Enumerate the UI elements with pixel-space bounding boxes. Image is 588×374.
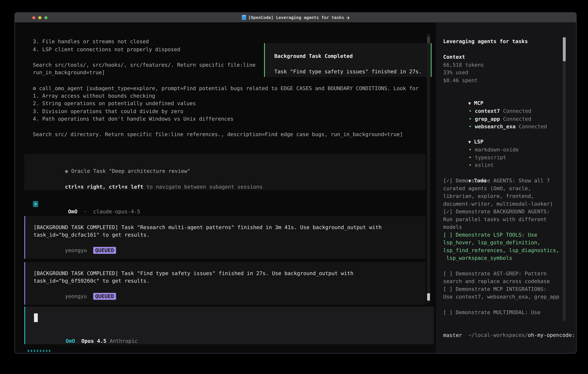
todo-item[interactable]: [ ] Demonstrate MULTIMODAL: Use — [443, 309, 566, 316]
sidebar: Leveraging agents for tasks Context 66,5… — [436, 22, 576, 353]
sidebar-scrollbar-thumb[interactable] — [563, 37, 566, 61]
context-spent: $0.46 spent — [443, 76, 478, 84]
status-dot-icon: • — [469, 162, 472, 168]
queued-badge: QUEUED — [93, 293, 116, 300]
agent-header: OmO · claude-opus-4-5 — [43, 200, 140, 208]
input-model[interactable]: Opus 4.5 — [81, 338, 106, 344]
terminal-window: [OpenCode] Leveraging agents for tasks ◑… — [14, 12, 577, 353]
output-line: 3. File handles or streams not closed — [33, 38, 149, 45]
lsp-item: • eslint — [443, 154, 494, 161]
mcp-item: • websearch_exa Connected — [443, 115, 547, 123]
main-scrollbar-thumb[interactable] — [427, 293, 430, 301]
agent-name: OmO — [68, 208, 77, 215]
omo-agent-icon — [33, 201, 38, 207]
task-user: yeongyu — [65, 247, 87, 253]
git-branch: master — [443, 331, 462, 339]
todo-item[interactable]: [ ] Demonstrate MCP INTEGRATIONS: Use co… — [443, 285, 566, 301]
tool-call-line: 1. Array access without bounds checking — [33, 92, 155, 100]
tool-call-line: ⚙ call_omo_agent [subagent_type=explore,… — [33, 84, 419, 92]
task-message-line: task_id="bg_6f59260c" to get results. — [33, 277, 150, 285]
oracle-task-box[interactable]: ◉ Oracle Task "Deep architecture review"… — [24, 154, 426, 190]
lsp-item: • typescript — [443, 146, 506, 154]
status-dot-icon: • — [469, 124, 472, 129]
output-line: Search src/tools/, src/hooks/, src/featu… — [33, 61, 255, 69]
queued-badge: QUEUED — [93, 247, 116, 254]
statusbar-left: esc interrupt — [59, 347, 125, 353]
toast-body: Task "Find type safety issues" finished … — [274, 68, 422, 75]
input-provider: Anthropic — [110, 338, 138, 344]
gear-icon: ⚙ — [33, 85, 36, 91]
tool-call-line: 4. Path operations that don't handle Win… — [33, 115, 233, 123]
spinner-dots — [28, 350, 50, 352]
context-tokens: 66,518 tokens — [443, 61, 484, 69]
todo-item[interactable]: [ ] Demonstrate AST-GREP: Pattern search… — [443, 270, 566, 285]
sidebar-scrollbar[interactable] — [563, 37, 566, 321]
input-agent-name[interactable]: OmO — [66, 338, 75, 344]
lsp-item: • markdown-oxide — [443, 138, 519, 146]
radio-icon: ◉ — [65, 168, 68, 174]
document-icon — [242, 15, 246, 20]
text-cursor — [34, 313, 38, 322]
mcp-section-header[interactable]: ▼ MCP — [443, 92, 483, 99]
session-title: Leveraging agents for tasks — [443, 37, 528, 45]
todo-item[interactable]: [✓] Demonstrate AGENTS: Show all 7 curat… — [443, 177, 566, 208]
oracle-task-hint: ctrl+x right, ctrl+x left to navigate be… — [33, 175, 262, 183]
maximize-window-button[interactable] — [44, 16, 47, 19]
window-titlebar[interactable]: [OpenCode] Leveraging agents for tasks ◑ — [15, 13, 576, 22]
background-task-message[interactable]: [BACKGROUND TASK COMPLETED] Task "Resear… — [24, 216, 426, 259]
mcp-item: • context7 Connected — [443, 100, 531, 107]
window-title: [OpenCode] Leveraging agents for tasks ◑ — [248, 15, 349, 20]
todo-item[interactable]: [✓] Demonstrate BACKGROUND AGENTS: Run p… — [443, 208, 566, 231]
tool-call-line: Search src/ directory. Return specific f… — [33, 130, 403, 138]
task-message-line: [BACKGROUND TASK COMPLETED] Task "Resear… — [33, 223, 382, 231]
tool-call-line: 2. String operations on potentially unde… — [33, 100, 196, 107]
agent-model: claude-opus-4-5 — [93, 208, 140, 215]
todo-list: [✓] Demonstrate AGENTS: Show all 7 curat… — [443, 177, 566, 316]
tool-call-line: 3. Division operations that could divide… — [33, 107, 183, 115]
todo-section-header[interactable]: ▼ Todo — [443, 169, 487, 177]
oracle-task-title: ◉ Oracle Task "Deep architecture review" — [33, 159, 190, 167]
background-task-toast[interactable]: Background Task Completed Task "Find typ… — [264, 43, 431, 77]
prompt-input[interactable]: OmO Opus 4.5 Anthropic — [24, 307, 434, 344]
workspace-path: ~/local-workspaces/oh-my-opencode: — [443, 323, 575, 331]
input-status-row: OmO Opus 4.5 Anthropic — [34, 330, 138, 337]
main-scrollbar-thumb-top[interactable] — [427, 37, 430, 43]
task-message-meta: yeongyu QUEUED — [33, 239, 116, 246]
task-message-line: task_id="bg_dcfac161" to get results. — [33, 231, 150, 239]
close-window-button[interactable] — [32, 16, 35, 19]
minimize-window-button[interactable] — [38, 16, 41, 19]
main-scrollbar[interactable] — [427, 34, 430, 303]
mcp-item: • grep_app Connected — [443, 107, 531, 115]
toast-title: Background Task Completed — [274, 52, 353, 60]
task-message-line: [BACKGROUND TASK COMPLETED] Task "Find t… — [33, 270, 354, 277]
chat-pane: 3. File handles or streams not closed 4.… — [15, 22, 436, 353]
output-line: run_in_background=true] — [33, 69, 105, 76]
todo-item[interactable]: [ ] Demonstrate LSP TOOLS: Use lsp_hover… — [443, 231, 566, 262]
opencode-version: • OpenCode 1.0.163 — [443, 347, 525, 353]
context-used: 33% used — [443, 69, 468, 76]
task-message-meta: yeongyu QUEUED — [33, 285, 116, 292]
screen: [OpenCode] Leveraging agents for tasks ◑… — [0, 0, 588, 374]
lsp-section-header[interactable]: ▼ LSP — [443, 130, 483, 138]
task-user: yeongyu — [65, 293, 87, 299]
context-heading: Context — [443, 53, 465, 61]
output-line: 4. LSP client connections not properly d… — [33, 46, 180, 53]
background-task-message[interactable]: [BACKGROUND TASK COMPLETED] Task "Find t… — [24, 262, 426, 305]
